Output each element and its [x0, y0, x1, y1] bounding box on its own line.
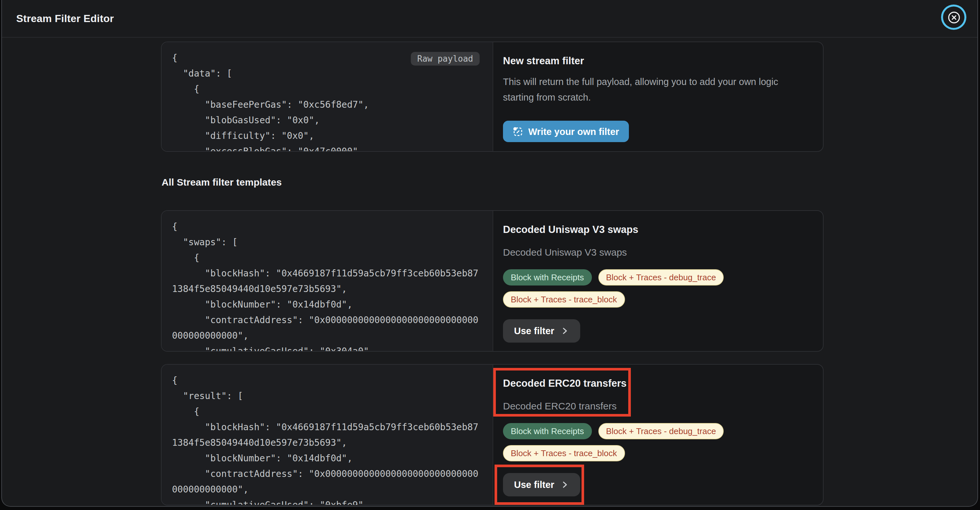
stream-filter-editor-modal: Stream Filter Editor { "data": [ { "base…: [1, 0, 978, 507]
raw-payload-badge: Raw payload: [411, 52, 480, 65]
template-card-uniswap: { "swaps": [ { "blockHash": "0x4669187f1…: [161, 210, 824, 352]
button-label: Use filter: [514, 480, 554, 490]
modal-header: Stream Filter Editor: [2, 0, 977, 38]
page-title: Stream Filter Editor: [16, 13, 114, 24]
template-info: Decoded ERC20 transfers Decoded ERC20 tr…: [493, 365, 823, 505]
draw-filter-icon: [513, 126, 523, 137]
template-subtitle: Decoded Uniswap V3 swaps: [503, 245, 813, 259]
template-code-preview: { "result": [ { "blockHash": "0x4669187f…: [162, 365, 493, 505]
badge-block-traces-debug-trace: Block + Traces - debug_trace: [598, 269, 724, 286]
close-button[interactable]: [943, 7, 964, 27]
template-code-preview: { "swaps": [ { "blockHash": "0x4669187f1…: [162, 211, 493, 351]
badge-block-traces-trace-block: Block + Traces - trace_block: [503, 445, 625, 461]
badge-block-traces-trace-block: Block + Traces - trace_block: [503, 291, 625, 308]
badge-block-traces-debug-trace: Block + Traces - debug_trace: [598, 423, 724, 439]
card-title: New stream filter: [503, 54, 813, 68]
button-label: Write your own filter: [528, 126, 619, 137]
write-your-own-filter-button[interactable]: Write your own filter: [503, 121, 629, 142]
template-subtitle: Decoded ERC20 transfers: [503, 399, 813, 413]
new-stream-filter-card: { "data": [ { "baseFeePerGas": "0xc56f8e…: [161, 41, 824, 152]
use-filter-button[interactable]: Use filter: [503, 473, 580, 496]
template-info: Decoded Uniswap V3 swaps Decoded Uniswap…: [493, 211, 823, 351]
template-badges: Block with Receipts Block + Traces - deb…: [503, 423, 776, 461]
raw-payload-preview: { "data": [ { "baseFeePerGas": "0xc56f8e…: [162, 42, 493, 151]
stream-filter-editor-screen: Stream Filter Editor { "data": [ { "base…: [0, 0, 980, 510]
template-title: Decoded ERC20 transfers: [503, 377, 813, 391]
new-filter-info: New stream filter This will return the f…: [493, 42, 823, 151]
close-icon: [947, 10, 961, 24]
badge-block-with-receipts: Block with Receipts: [503, 423, 592, 439]
chevron-right-icon: [560, 326, 569, 335]
template-badges: Block with Receipts Block + Traces - deb…: [503, 269, 776, 308]
template-title: Decoded Uniswap V3 swaps: [503, 222, 813, 237]
json-preview: { "swaps": [ { "blockHash": "0x4669187f1…: [172, 219, 480, 352]
json-preview: { "result": [ { "blockHash": "0x4669187f…: [172, 372, 480, 505]
templates-section-heading: All Stream filter templates: [162, 176, 282, 187]
badge-block-with-receipts: Block with Receipts: [503, 269, 592, 286]
template-card-erc20: { "result": [ { "blockHash": "0x4669187f…: [161, 364, 824, 505]
card-description: This will return the full payload, allow…: [503, 74, 808, 105]
use-filter-button[interactable]: Use filter: [503, 319, 580, 343]
chevron-right-icon: [560, 480, 569, 489]
button-label: Use filter: [514, 326, 554, 336]
